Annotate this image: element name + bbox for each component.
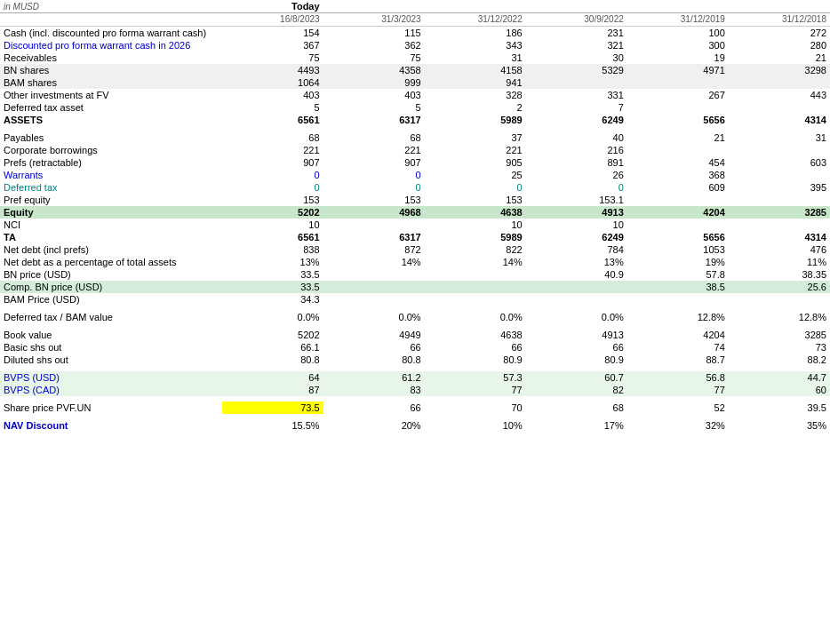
data-cell: 68 bbox=[526, 402, 627, 414]
data-cell: 0 bbox=[526, 181, 627, 194]
data-cell: 75 bbox=[222, 52, 323, 64]
data-cell: 4913 bbox=[526, 206, 627, 219]
data-cell bbox=[627, 144, 729, 156]
data-cell bbox=[425, 268, 526, 281]
data-cell bbox=[627, 219, 729, 231]
data-cell: 80.8 bbox=[323, 354, 425, 366]
data-cell: 32% bbox=[627, 419, 729, 432]
data-cell bbox=[729, 169, 830, 181]
row-label: Warrants bbox=[0, 169, 222, 181]
row-label: BVPS (USD) bbox=[0, 371, 222, 384]
data-cell: 2 bbox=[425, 101, 526, 114]
data-cell: 153 bbox=[425, 194, 526, 206]
data-cell: 267 bbox=[627, 89, 729, 101]
data-cell: 907 bbox=[323, 156, 425, 169]
data-cell: 5656 bbox=[627, 114, 729, 126]
table-row: Discounted pro forma warrant cash in 202… bbox=[0, 39, 830, 52]
row-label: Discounted pro forma warrant cash in 202… bbox=[0, 39, 222, 52]
data-cell: 80.9 bbox=[526, 354, 627, 366]
data-cell bbox=[627, 293, 729, 306]
data-cell: 6317 bbox=[323, 114, 425, 126]
data-cell: 0 bbox=[323, 169, 425, 181]
data-cell: 153 bbox=[323, 194, 425, 206]
data-cell: 21 bbox=[627, 131, 729, 144]
data-cell: 4493 bbox=[222, 64, 323, 76]
table-row: BVPS (USD)6461.257.360.756.844.7 bbox=[0, 371, 830, 384]
date-col-3: 30/9/2022 bbox=[526, 13, 627, 27]
data-cell bbox=[627, 101, 729, 114]
row-label: BAM Price (USD) bbox=[0, 293, 222, 306]
data-cell: 17% bbox=[526, 419, 627, 432]
data-cell bbox=[729, 101, 830, 114]
data-cell: 40 bbox=[526, 131, 627, 144]
data-cell: 12.8% bbox=[627, 311, 729, 323]
row-label: Cash (incl. discounted pro forma warrant… bbox=[0, 27, 222, 40]
data-cell: 25.6 bbox=[729, 281, 830, 293]
data-cell: 14% bbox=[425, 256, 526, 268]
data-cell: 77 bbox=[425, 384, 526, 396]
data-cell: 0.0% bbox=[526, 311, 627, 323]
date-col-5: 31/12/2018 bbox=[729, 13, 830, 27]
data-cell: 30 bbox=[526, 52, 627, 64]
data-cell: 154 bbox=[222, 27, 323, 40]
data-cell: 5202 bbox=[222, 329, 323, 341]
data-cell bbox=[526, 281, 627, 293]
row-label: Comp. BN price (USD) bbox=[0, 281, 222, 293]
data-cell bbox=[729, 76, 830, 89]
data-cell: 6317 bbox=[323, 231, 425, 243]
table-row: Corporate borrowings221221221216 bbox=[0, 144, 830, 156]
table-row: Receivables757531301921 bbox=[0, 52, 830, 64]
row-label: Equity bbox=[0, 206, 222, 219]
data-cell: 941 bbox=[425, 76, 526, 89]
data-cell: 68 bbox=[323, 131, 425, 144]
data-cell: 603 bbox=[729, 156, 830, 169]
data-cell: 31 bbox=[729, 131, 830, 144]
data-cell: 73 bbox=[729, 341, 830, 354]
row-label: Deferred tax / BAM value bbox=[0, 311, 222, 323]
data-cell: 395 bbox=[729, 181, 830, 194]
data-cell: 272 bbox=[729, 27, 830, 40]
row-label: Net debt (incl prefs) bbox=[0, 243, 222, 256]
data-cell: 60.7 bbox=[526, 371, 627, 384]
data-cell: 68 bbox=[222, 131, 323, 144]
table-row: Net debt (incl prefs)8388728227841053476 bbox=[0, 243, 830, 256]
data-cell: 10% bbox=[425, 419, 526, 432]
data-cell bbox=[323, 268, 425, 281]
data-cell: 66 bbox=[526, 341, 627, 354]
data-cell: 6249 bbox=[526, 114, 627, 126]
data-cell bbox=[425, 293, 526, 306]
data-cell: 115 bbox=[323, 27, 425, 40]
data-cell: 82 bbox=[526, 384, 627, 396]
data-cell: 4638 bbox=[425, 206, 526, 219]
table-row: Cash (incl. discounted pro forma warrant… bbox=[0, 27, 830, 40]
table-row: BVPS (CAD)878377827760 bbox=[0, 384, 830, 396]
date-col-2: 31/12/2022 bbox=[425, 13, 526, 27]
row-label: BVPS (CAD) bbox=[0, 384, 222, 396]
data-cell: 66 bbox=[425, 341, 526, 354]
data-cell: 40.9 bbox=[526, 268, 627, 281]
row-label: Book value bbox=[0, 329, 222, 341]
data-cell: 0.0% bbox=[323, 311, 425, 323]
data-cell: 822 bbox=[425, 243, 526, 256]
financial-table: in MUSD Today 16/8/202331/3/202331/12/20… bbox=[0, 0, 830, 432]
data-cell: 35% bbox=[729, 419, 830, 432]
row-label: Deferred tax asset bbox=[0, 101, 222, 114]
data-cell: 300 bbox=[627, 39, 729, 52]
data-cell: 153 bbox=[222, 194, 323, 206]
data-cell: 66 bbox=[323, 402, 425, 414]
row-label: Payables bbox=[0, 131, 222, 144]
table-row: BAM shares1064999941 bbox=[0, 76, 830, 89]
data-cell: 368 bbox=[627, 169, 729, 181]
table-row: Other investments at FV40340332833126744… bbox=[0, 89, 830, 101]
data-cell: 83 bbox=[323, 384, 425, 396]
data-cell: 56.8 bbox=[627, 371, 729, 384]
data-cell: 4913 bbox=[526, 329, 627, 341]
data-cell: 13% bbox=[222, 256, 323, 268]
data-cell: 10 bbox=[526, 219, 627, 231]
data-cell: 321 bbox=[526, 39, 627, 52]
row-label: Basic shs out bbox=[0, 341, 222, 354]
data-cell bbox=[323, 293, 425, 306]
data-cell: 891 bbox=[526, 156, 627, 169]
row-label: Share price PVF.UN bbox=[0, 402, 222, 414]
data-cell: 73.5 bbox=[222, 402, 323, 414]
